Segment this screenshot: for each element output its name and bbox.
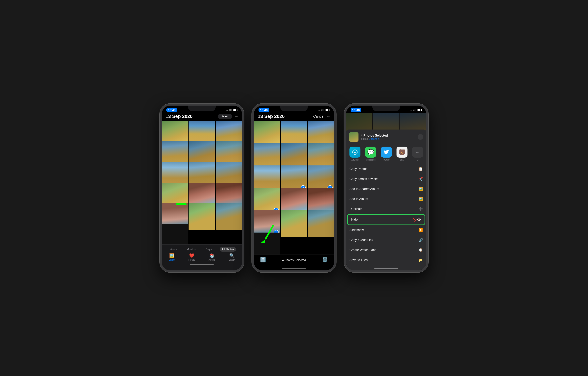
share-sheet-location: Thirsk [361,137,368,140]
copy-photos-label: Copy Photos [349,167,368,171]
menu-watch-face[interactable]: Create Watch Face ⌚ [346,245,426,255]
library-icon: 🖼️ [169,253,174,258]
signal-text-3: ▪▪▪ [410,109,412,111]
time-3: 15:48 [351,108,361,112]
photo-cell[interactable] [281,210,307,237]
iphone-3: 15:48 ▪▪▪ 4G [344,104,428,272]
albums-label: Albums [209,259,215,261]
save-files-icon: 📁 [419,258,423,262]
airdrop-label: AirDrop [351,159,358,161]
tab-foryou[interactable]: ❤️ For You [182,253,202,261]
date-1: 13 Sep 2020 [166,114,192,119]
menu-copy-photos[interactable]: Copy Photos 📋 [346,164,426,174]
home-indicator-2 [254,266,334,270]
time-days[interactable]: Days [203,247,214,252]
more-button-1[interactable]: ··· [235,114,238,119]
icloud-link-label: Copy iCloud Link [349,238,373,242]
menu-duplicate[interactable]: Duplicate ➕ [346,204,426,214]
status-icons-1: ▪▪▪ 4G [225,109,237,111]
date-2: 13 Sep 2020 [258,114,284,119]
select-button-1[interactable]: Select [218,114,232,119]
options-link[interactable]: Options > [368,137,379,140]
library-label: Library [169,259,175,261]
share-button[interactable]: ⬆️ [260,257,266,263]
menu-icloud-link[interactable]: Copy iCloud Link 🔗 [346,235,426,245]
menu-add-album[interactable]: Add to Album 🖼️ [346,194,426,204]
bear-label: Bear [400,159,404,161]
close-button[interactable]: × [418,134,423,140]
add-shared-label: Add to Shared Album [349,187,379,191]
save-files-label: Save to Files [349,258,368,262]
battery-2 [325,109,329,111]
header-actions-2: Cancel ··· [313,114,330,119]
share-sheet-header: 4 Photos Selected Thirsk Options > × [346,130,426,144]
menu-list: Copy Photos 📋 Copy across devices ✂️ Add… [346,164,426,265]
watch-face-icon: ⌚ [419,248,423,252]
airdrop-icon [349,147,360,158]
tab-albums[interactable]: 📚 Albums [202,253,222,261]
photo-cell[interactable] [189,203,215,230]
add-album-icon: 🖼️ [419,197,423,201]
foryou-icon: ❤️ [189,253,194,258]
green-arrow-1 [169,203,188,207]
watch-face-label: Create Watch Face [349,248,376,252]
more-apps-label: U [417,159,419,161]
app-twitter[interactable]: Twitter [380,147,392,161]
app-messages[interactable]: 💬 Messages [365,147,377,161]
home-bar-2 [282,268,306,269]
time-allphotos[interactable]: All Photos [220,247,236,252]
tab-bar-1: Years Months Days All Photos 🖼️ Library … [162,244,242,270]
iphone-2: 15:48 ▪▪▪ 4G 13 Sep 2020 Cancel ··· [252,104,336,272]
svg-line-3 [266,225,273,239]
app-more[interactable]: ··· U [412,147,424,161]
menu-add-shared[interactable]: Add to Shared Album 🖼️ [346,184,426,194]
time-months[interactable]: Months [185,247,198,252]
share-sheet-thumbnail [349,132,358,142]
add-album-label: Add to Album [349,197,368,201]
app-bear[interactable]: 🐻 Bear [396,147,408,161]
header-actions-1: Select ··· [218,114,238,119]
app-airdrop[interactable]: AirDrop [349,147,361,161]
more-button-2[interactable]: ··· [327,114,330,119]
share-sheet: 4 Photos Selected Thirsk Options > × [346,130,426,270]
menu-slideshow[interactable]: Slideshow ▶️ [346,225,426,235]
network-3: 4G [413,109,416,111]
menu-save-files[interactable]: Save to Files 📁 [346,255,426,265]
status-icons-3: ▪▪▪ 4G [410,109,422,111]
menu-hide[interactable]: Hide 🚫👁️ [347,214,425,225]
photo-cell[interactable] [162,224,188,244]
photo-cell[interactable] [308,210,334,237]
status-bar-1: 15:48 ▪▪▪ 4G [162,106,242,113]
add-shared-icon: 🖼️ [419,187,423,191]
signal-text-2: ▪▪▪ [317,109,320,111]
duplicate-icon: ➕ [419,207,423,211]
hide-icon: 🚫👁️ [412,217,421,222]
slideshow-label: Slideshow [349,228,364,232]
signal-text-1: ▪▪▪ [225,109,228,111]
bear-icon: 🐻 [397,147,408,158]
iphone-1: 15:48 ▪▪▪ 4G 13 Sep 2020 Select ··· [160,104,244,272]
menu-copy-across[interactable]: Copy across devices ✂️ [346,174,426,184]
messages-icon: 💬 [365,147,376,158]
twitter-label: Twitter [383,159,389,161]
tab-library[interactable]: 🖼️ Library [162,253,182,261]
time-1: 15:48 [166,108,177,112]
delete-button[interactable]: 🗑️ [322,257,328,263]
home-indicator-1 [162,263,242,266]
photos-header-2: 13 Sep 2020 Cancel ··· [254,113,334,121]
scene: 15:48 ▪▪▪ 4G 13 Sep 2020 Select ··· [152,96,436,280]
cancel-button[interactable]: Cancel [313,114,324,119]
photo-cell[interactable] [216,203,242,230]
time-years[interactable]: Years [168,247,178,252]
photos-header-1: 13 Sep 2020 Select ··· [162,113,242,121]
messages-label: Messages [366,159,376,161]
duplicate-label: Duplicate [349,207,363,211]
tab-search[interactable]: 🔍 Search [222,253,242,261]
time-selector-1: Years Months Days All Photos [162,246,242,253]
search-icon: 🔍 [229,253,235,258]
share-sheet-title: 4 Photos Selected [361,134,388,137]
icloud-link-icon: 🔗 [419,238,423,242]
share-sheet-info: 4 Photos Selected Thirsk Options > [361,134,388,140]
time-2: 15:48 [259,108,269,112]
selected-count: 4 Photos Selected [282,258,306,262]
